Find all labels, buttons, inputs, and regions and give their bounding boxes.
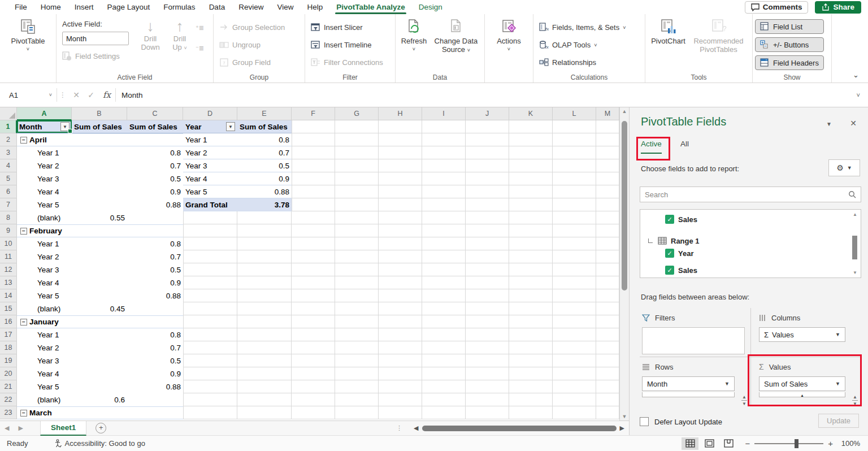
- cell-E3[interactable]: 0.7: [237, 146, 292, 159]
- cell-D4[interactable]: Year 3: [183, 159, 237, 172]
- cell-H11[interactable]: [379, 250, 422, 263]
- cell-H20[interactable]: [379, 367, 422, 380]
- row-header-5[interactable]: 5: [0, 172, 17, 185]
- cell-L1[interactable]: [553, 120, 596, 133]
- cell-F6[interactable]: [292, 185, 335, 198]
- rows-item-month[interactable]: Month▼: [642, 376, 735, 391]
- cell-H2[interactable]: [379, 133, 422, 146]
- cell-I18[interactable]: [422, 341, 466, 354]
- cell-D14[interactable]: [183, 289, 237, 302]
- page-break-view-button[interactable]: [720, 437, 737, 450]
- cell-M6[interactable]: [596, 185, 619, 198]
- cell-K14[interactable]: [509, 289, 553, 302]
- zoom-percentage[interactable]: 100%: [835, 439, 860, 448]
- cell-M19[interactable]: [596, 354, 619, 367]
- cell-I3[interactable]: [422, 146, 466, 159]
- cell-I10[interactable]: [422, 237, 466, 250]
- cell-K19[interactable]: [509, 354, 553, 367]
- chevron-down-icon[interactable]: ▼: [724, 381, 730, 387]
- values-item-sum-of-sales[interactable]: Sum of Sales▼: [759, 376, 845, 391]
- cell-B10[interactable]: [72, 237, 127, 250]
- cell-L17[interactable]: [553, 328, 596, 341]
- row-header-9[interactable]: 9: [0, 224, 17, 237]
- cell-D11[interactable]: [183, 250, 237, 263]
- cell-H17[interactable]: [379, 328, 422, 341]
- cell-I17[interactable]: [422, 328, 466, 341]
- row-header-20[interactable]: 20: [0, 367, 17, 380]
- cell-C15[interactable]: [127, 302, 183, 315]
- ribbon-tab-help[interactable]: Help: [300, 1, 329, 14]
- cell-G4[interactable]: [335, 159, 379, 172]
- cell-M3[interactable]: [596, 146, 619, 159]
- cell-D23[interactable]: [183, 406, 237, 419]
- cell-A6[interactable]: Year 4: [17, 185, 72, 198]
- drill-up-button[interactable]: ↑ DrillUp ˅: [165, 18, 194, 53]
- cell-A9[interactable]: −February: [17, 224, 72, 237]
- checked-checkbox[interactable]: ✓: [665, 249, 674, 258]
- cell-L8[interactable]: [553, 211, 596, 224]
- vertical-scrollbar[interactable]: ▲ ▼: [619, 107, 629, 420]
- cell-E18[interactable]: [237, 341, 292, 354]
- cell-C16[interactable]: [127, 315, 183, 328]
- cell-C22[interactable]: [127, 393, 183, 406]
- cell-D2[interactable]: Year 1: [183, 133, 237, 146]
- cell-F22[interactable]: [292, 393, 335, 406]
- sheet-tab-sheet1[interactable]: Sheet1: [40, 421, 86, 436]
- cell-G5[interactable]: [335, 172, 379, 185]
- cell-C20[interactable]: 0.9: [127, 367, 183, 380]
- cell-A12[interactable]: Year 3: [17, 263, 72, 276]
- cell-M8[interactable]: [596, 211, 619, 224]
- column-header-I[interactable]: I: [422, 107, 466, 120]
- columns-item-values[interactable]: ΣValues▼: [759, 327, 845, 342]
- cell-H21[interactable]: [379, 380, 422, 393]
- cell-M5[interactable]: [596, 172, 619, 185]
- group-selection-button[interactable]: Group Selection: [216, 19, 288, 36]
- cell-B5[interactable]: [72, 172, 127, 185]
- cell-C14[interactable]: 0.88: [127, 289, 183, 302]
- cell-K16[interactable]: [509, 315, 553, 328]
- cell-H8[interactable]: [379, 211, 422, 224]
- update-button[interactable]: Update: [818, 414, 859, 428]
- column-header-C[interactable]: C: [127, 107, 183, 120]
- splitter-handle-icon[interactable]: ⋮: [396, 424, 402, 432]
- scroll-left-icon[interactable]: ◀: [414, 424, 418, 432]
- cell-C21[interactable]: 0.88: [127, 380, 183, 393]
- column-header-M[interactable]: M: [596, 107, 619, 120]
- cell-K11[interactable]: [509, 250, 553, 263]
- cell-G19[interactable]: [335, 354, 379, 367]
- cell-J8[interactable]: [466, 211, 509, 224]
- pane-options-icon[interactable]: ▼: [826, 121, 832, 127]
- columns-area[interactable]: Columns ΣValues▼: [750, 308, 861, 357]
- row-header-19[interactable]: 19: [0, 354, 17, 367]
- cell-C3[interactable]: 0.8: [127, 146, 183, 159]
- search-input[interactable]: Search: [640, 187, 861, 202]
- normal-view-button[interactable]: [682, 437, 698, 450]
- filters-area[interactable]: Filters: [640, 308, 750, 357]
- cell-J6[interactable]: [466, 185, 509, 198]
- cell-K7[interactable]: [509, 198, 553, 211]
- cell-G12[interactable]: [335, 263, 379, 276]
- cell-C2[interactable]: [127, 133, 183, 146]
- cell-F21[interactable]: [292, 380, 335, 393]
- cell-G9[interactable]: [335, 224, 379, 237]
- cell-J18[interactable]: [466, 341, 509, 354]
- cell-D10[interactable]: [183, 237, 237, 250]
- cell-C7[interactable]: 0.88: [127, 198, 183, 211]
- column-header-B[interactable]: B: [72, 107, 127, 120]
- relationships-button[interactable]: Relationships: [536, 54, 629, 71]
- cell-D20[interactable]: [183, 367, 237, 380]
- refresh-button[interactable]: Refresh ˅: [398, 18, 430, 52]
- cell-H16[interactable]: [379, 315, 422, 328]
- cell-A7[interactable]: Year 5: [17, 198, 72, 211]
- zoom-out-icon[interactable]: −: [745, 439, 750, 448]
- cell-B19[interactable]: [72, 354, 127, 367]
- cell-B12[interactable]: [72, 263, 127, 276]
- cell-J1[interactable]: [466, 120, 509, 133]
- ribbon-tab-pivottable-analyze[interactable]: PivotTable Analyze: [329, 1, 412, 14]
- cell-I5[interactable]: [422, 172, 466, 185]
- cell-E10[interactable]: [237, 237, 292, 250]
- cell-M7[interactable]: [596, 198, 619, 211]
- rows-area[interactable]: Rows Month▼ ▲▼: [640, 357, 750, 405]
- cell-I6[interactable]: [422, 185, 466, 198]
- cell-F13[interactable]: [292, 276, 335, 289]
